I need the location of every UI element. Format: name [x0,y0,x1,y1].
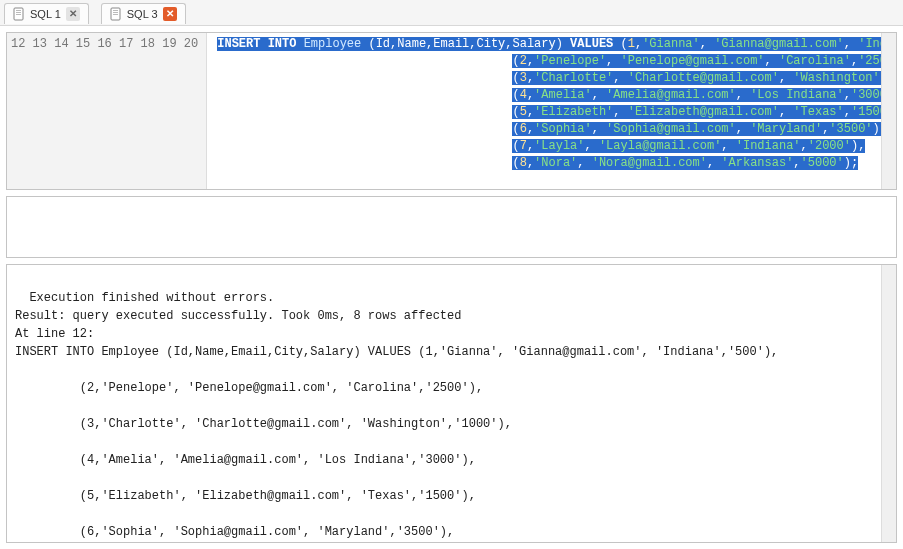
svg-rect-7 [113,14,118,15]
svg-rect-3 [16,14,21,15]
middle-panel [6,196,897,258]
svg-rect-2 [16,12,21,13]
tab-bar: SQL 1 ✕ SQL 3 ✕ [0,0,903,26]
tab-label: SQL 3 [127,8,158,20]
svg-rect-1 [16,10,21,11]
line-number-gutter: 12 13 14 15 16 17 18 19 20 [7,33,207,189]
sql-editor[interactable]: 12 13 14 15 16 17 18 19 20 INSERT INTO E… [6,32,897,190]
output-scrollbar[interactable] [881,265,896,542]
close-icon[interactable]: ✕ [163,7,177,21]
tab-sql-1[interactable]: SQL 1 ✕ [4,3,89,24]
svg-rect-5 [113,10,118,11]
file-icon [110,7,122,21]
tab-sql-3[interactable]: SQL 3 ✕ [101,3,186,24]
output-log[interactable]: Execution finished without errors. Resul… [6,264,897,543]
svg-rect-6 [113,12,118,13]
file-icon [13,7,25,21]
code-area[interactable]: INSERT INTO Employee (Id,Name,Email,City… [207,33,896,189]
editor-scrollbar[interactable] [881,33,896,189]
tab-label: SQL 1 [30,8,61,20]
close-icon[interactable]: ✕ [66,7,80,21]
